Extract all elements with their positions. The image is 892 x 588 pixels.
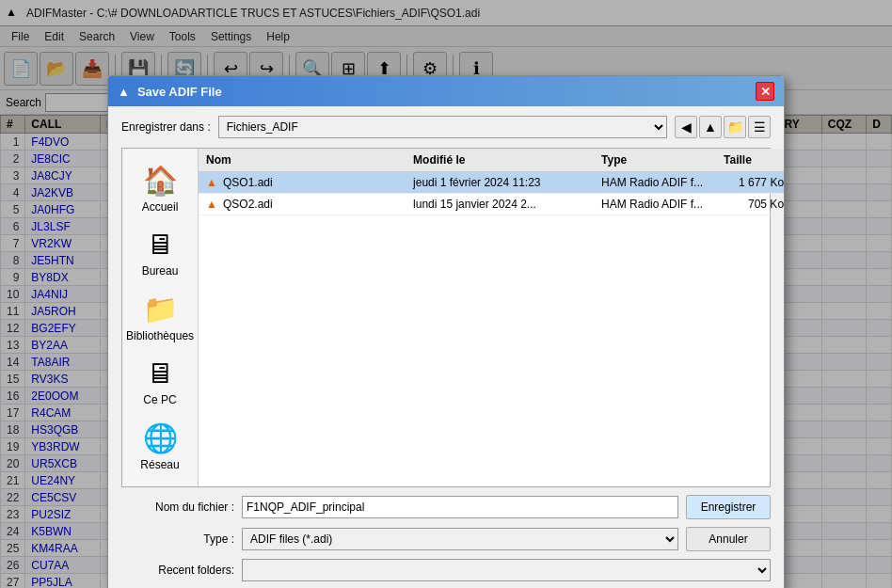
dialog-titlebar: ▲ Save ADIF File ✕ <box>108 76 784 106</box>
nav-buttons: ◀ ▲ 📁 ☰ <box>675 116 771 138</box>
save-button[interactable]: Enregistrer <box>686 495 771 519</box>
files-header: Nom Modifié le Type Taille <box>199 149 785 172</box>
nav-new-folder-button[interactable]: 📁 <box>724 116 746 138</box>
files-list: ▲QSO1.adijeudi 1 février 2024 11:23HAM R… <box>199 172 785 215</box>
dialog-title: Save ADIF File <box>137 85 222 99</box>
file-row[interactable]: ▲QSO2.adilundi 15 janvier 2024 2...HAM R… <box>199 194 785 215</box>
file-name: ▲QSO2.adi <box>199 198 406 211</box>
place-pc[interactable]: 🖥 Ce PC <box>122 352 198 412</box>
place-desktop-label: Bureau <box>142 264 179 278</box>
file-modified: lundi 15 janvier 2024 2... <box>406 198 594 211</box>
file-type: HAM Radio ADIF f... <box>594 198 716 211</box>
recentfolders-row: Recent folders: <box>121 559 771 581</box>
file-name: ▲QSO1.adi <box>199 176 406 189</box>
file-size: 705 Ko <box>716 198 785 211</box>
location-select[interactable]: Fichiers_ADIF <box>218 116 667 138</box>
filename-row: Nom du fichier : Enregistrer <box>121 495 771 519</box>
dialog-title-left: ▲ Save ADIF File <box>118 85 222 99</box>
location-label: Enregistrer dans : <box>121 120 211 134</box>
place-libraries-label: Bibliothèques <box>126 329 194 342</box>
location-row: Enregistrer dans : Fichiers_ADIF ◀ ▲ 📁 ☰ <box>121 116 771 138</box>
file-icon: ▲ <box>206 198 217 211</box>
place-network[interactable]: 🌐 Réseau <box>122 416 198 477</box>
file-icon: ▲ <box>206 176 217 189</box>
file-type: HAM Radio ADIF f... <box>594 176 716 189</box>
file-modified: jeudi 1 février 2024 11:23 <box>406 176 594 189</box>
files-col-modified[interactable]: Modifié le <box>406 151 594 168</box>
cancel-button[interactable]: Annuler <box>686 527 771 551</box>
file-row[interactable]: ▲QSO1.adijeudi 1 février 2024 11:23HAM R… <box>199 172 785 194</box>
filetype-label: Type : <box>121 532 234 546</box>
nav-back-button[interactable]: ◀ <box>675 116 697 138</box>
place-pc-label: Ce PC <box>143 393 176 406</box>
place-desktop[interactable]: 🖥 Bureau <box>122 223 198 283</box>
place-libraries[interactable]: 📁 Bibliothèques <box>122 287 198 348</box>
dialog-icon: ▲ <box>118 85 130 99</box>
dialog-overlay: ▲ Save ADIF File ✕ Enregistrer dans : Fi… <box>0 0 892 588</box>
files-col-name[interactable]: Nom <box>199 151 406 168</box>
pc-icon: 🖥 <box>146 358 174 389</box>
places-panel: 🏠 Accueil 🖥 Bureau 📁 Bibliothèques 🖥 Ce … <box>122 149 199 486</box>
place-network-label: Réseau <box>140 458 179 471</box>
home-icon: 🏠 <box>143 164 178 197</box>
nav-up-button[interactable]: ▲ <box>699 116 722 138</box>
files-panel: Nom Modifié le Type Taille ▲QSO1.adijeud… <box>199 149 785 486</box>
file-size: 1 677 Ko <box>716 176 785 189</box>
files-col-size[interactable]: Taille <box>716 151 785 168</box>
files-col-type[interactable]: Type <box>594 151 716 168</box>
filename-label: Nom du fichier : <box>121 501 234 514</box>
file-browser: 🏠 Accueil 🖥 Bureau 📁 Bibliothèques 🖥 Ce … <box>121 148 771 487</box>
filetype-row: Type : ADIF files (*.adi) Annuler <box>121 527 771 551</box>
filename-input[interactable] <box>242 496 678 518</box>
place-home-label: Accueil <box>142 200 179 214</box>
nav-view-button[interactable]: ☰ <box>748 116 771 138</box>
network-icon: 🌐 <box>143 421 178 454</box>
desktop-icon: 🖥 <box>146 229 174 261</box>
dialog-body: Enregistrer dans : Fichiers_ADIF ◀ ▲ 📁 ☰… <box>108 106 784 588</box>
filetype-select[interactable]: ADIF files (*.adi) <box>242 528 678 550</box>
recentfolders-label: Recent folders: <box>121 564 234 577</box>
recentfolders-select[interactable] <box>242 559 771 581</box>
dialog-close-button[interactable]: ✕ <box>756 82 774 101</box>
libraries-icon: 📁 <box>143 293 178 326</box>
save-dialog: ▲ Save ADIF File ✕ Enregistrer dans : Fi… <box>107 75 785 588</box>
place-home[interactable]: 🏠 Accueil <box>122 158 198 219</box>
